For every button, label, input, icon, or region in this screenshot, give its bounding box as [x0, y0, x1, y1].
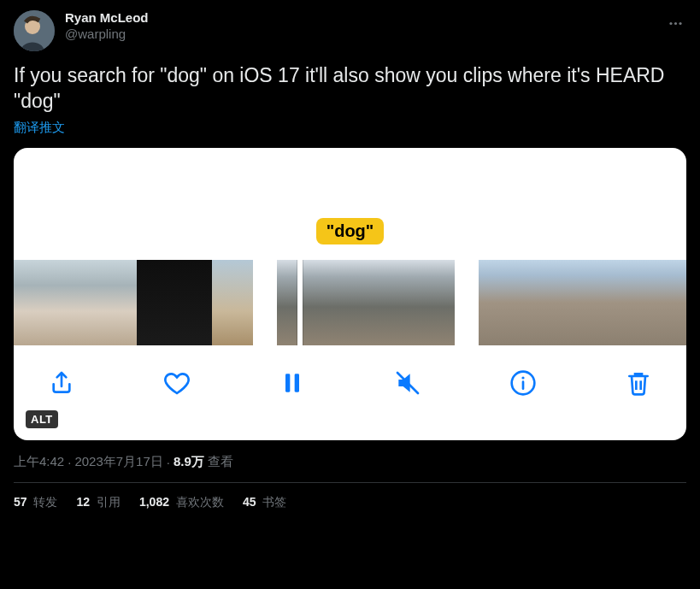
tweet-stats: 57 转发 12 引用 1,082 喜欢次数 45 书签: [14, 483, 686, 522]
delete-button[interactable]: [620, 364, 657, 402]
tweet-time[interactable]: 上午4:42: [14, 454, 64, 470]
info-button[interactable]: [504, 364, 542, 402]
video-timeline[interactable]: [14, 260, 686, 345]
user-info: Ryan McLeod @warpling: [65, 10, 149, 43]
tweet-container: Ryan McLeod @warpling If you search for …: [0, 0, 700, 522]
views-count: 8.9万: [174, 454, 204, 470]
video-thumbnail[interactable]: [607, 260, 650, 345]
pause-icon: [279, 369, 306, 397]
playhead[interactable]: [297, 260, 303, 345]
views-label: 查看: [208, 454, 233, 470]
video-thumbnail[interactable]: [137, 260, 174, 345]
quotes-count: 12: [76, 495, 90, 509]
pause-button[interactable]: [274, 364, 311, 402]
heart-icon: [163, 369, 191, 397]
quotes-stat[interactable]: 12 引用: [76, 495, 120, 510]
retweets-count: 57: [14, 495, 27, 509]
retweets-stat[interactable]: 57 转发: [14, 495, 57, 510]
video-thumbnail[interactable]: [212, 260, 253, 345]
svg-rect-5: [285, 374, 290, 392]
share-button[interactable]: [43, 364, 80, 402]
tweet-meta: 上午4:42 · 2023年7月17日 · 8.9万 查看: [14, 454, 686, 470]
avatar[interactable]: [14, 10, 55, 51]
clip-group-2[interactable]: [277, 260, 455, 345]
bookmarks-label: 书签: [259, 495, 286, 509]
like-button[interactable]: [158, 364, 196, 402]
search-tag-row: "dog": [14, 218, 686, 260]
ellipsis-icon: [668, 15, 684, 32]
avatar-photo: [14, 10, 55, 51]
more-options-button[interactable]: [661, 9, 690, 38]
user-handle[interactable]: @warpling: [65, 27, 149, 43]
svg-point-2: [669, 21, 672, 24]
clip-group-3[interactable]: [479, 260, 686, 345]
video-thumbnail[interactable]: [564, 260, 607, 345]
tweet-text: If you search for "dog" on iOS 17 it'll …: [14, 63, 686, 115]
svg-point-4: [679, 21, 681, 24]
clip-group-1[interactable]: [14, 260, 253, 345]
media-toolbar: [14, 345, 686, 402]
video-thumbnail[interactable]: [366, 260, 410, 345]
video-thumbnail[interactable]: [174, 260, 212, 345]
media-spacer: [14, 148, 686, 218]
video-thumbnail[interactable]: [96, 260, 137, 345]
tweet-header: Ryan McLeod @warpling: [14, 10, 686, 51]
tweet-date[interactable]: 2023年7月17日: [74, 454, 162, 470]
likes-stat[interactable]: 1,082 喜欢次数: [139, 495, 224, 510]
trash-icon: [625, 369, 652, 397]
speaker-muted-icon: [394, 369, 421, 397]
likes-count: 1,082: [139, 495, 169, 509]
bookmarks-stat[interactable]: 45 书签: [243, 495, 286, 510]
translate-link[interactable]: 翻译推文: [14, 120, 65, 136]
bookmarks-count: 45: [243, 495, 256, 509]
video-thumbnail[interactable]: [410, 260, 455, 345]
retweets-label: 转发: [31, 495, 58, 509]
video-thumbnail[interactable]: [321, 260, 366, 345]
video-thumbnail[interactable]: [521, 260, 564, 345]
svg-rect-6: [295, 374, 299, 392]
display-name[interactable]: Ryan McLeod: [65, 10, 149, 27]
video-thumbnail[interactable]: [55, 260, 96, 345]
video-thumbnail[interactable]: [479, 260, 521, 345]
meta-separator: ·: [167, 455, 170, 469]
meta-separator: ·: [68, 455, 71, 469]
media-attachment[interactable]: "dog": [14, 148, 686, 440]
info-icon: [509, 369, 537, 397]
video-thumbnail[interactable]: [650, 260, 686, 345]
svg-point-3: [674, 21, 676, 24]
mute-button[interactable]: [389, 364, 426, 402]
search-term-badge: "dog": [316, 218, 385, 244]
alt-badge[interactable]: ALT: [26, 410, 58, 428]
video-thumbnail[interactable]: [14, 260, 55, 345]
svg-point-10: [521, 376, 524, 379]
likes-label: 喜欢次数: [173, 495, 224, 509]
share-icon: [48, 369, 75, 397]
quotes-label: 引用: [93, 495, 121, 509]
